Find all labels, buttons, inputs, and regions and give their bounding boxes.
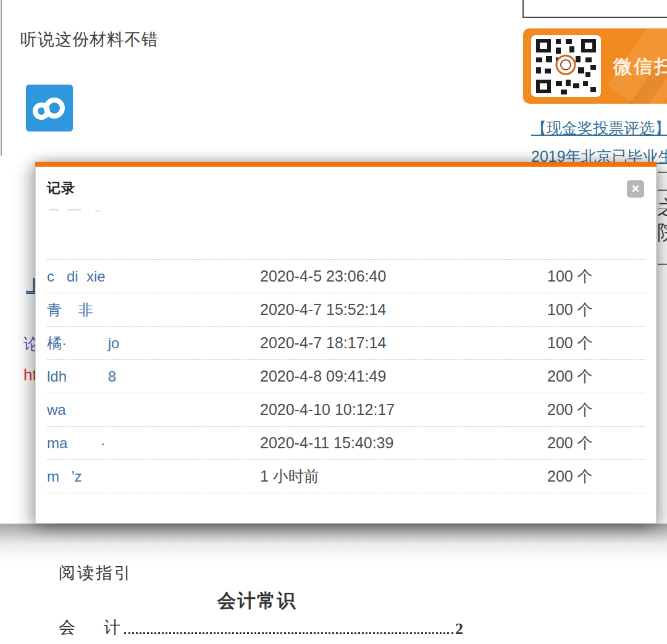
document-heading: 会计常识	[217, 588, 296, 614]
record-count: 100 个	[547, 299, 645, 320]
record-time: 2020-4-5 23:06:40	[260, 267, 547, 285]
record-count: 200 个	[547, 399, 645, 420]
table-row: 橘· jo 2020-4-7 18:17:14 100 个	[47, 327, 645, 360]
toc-page-number: 2	[455, 620, 463, 638]
weiyun-attachment-icon[interactable]	[26, 85, 73, 132]
records-dialog: 记录 × c diaxie 2020-4-5 23:06:40 100 个 青 …	[35, 162, 657, 524]
table-row: 青 非 2020-4-7 15:52:14 100 个	[47, 293, 645, 327]
wechat-scan-banner[interactable]: 微信扫码	[523, 28, 667, 104]
faded-text-remnant	[95, 210, 101, 212]
username-link[interactable]: 橘· jo	[47, 333, 260, 353]
record-time: 2020-4-7 15:52:14	[260, 301, 547, 319]
privacy-mask	[78, 264, 86, 286]
record-count: 200 个	[547, 366, 645, 387]
vote-link[interactable]: 【现金奖投票评选】	[531, 118, 667, 138]
records-table: c diaxie 2020-4-5 23:06:40 100 个 青 非 202…	[47, 259, 645, 493]
qr-code-icon	[531, 35, 601, 97]
username-link[interactable]: 青 非	[47, 300, 260, 320]
record-time: 2020-4-8 09:41:49	[260, 367, 547, 385]
dialog-title: 记录	[47, 179, 75, 198]
toc-word: 计	[104, 616, 120, 638]
toc-dot-leader	[124, 632, 453, 634]
table-row: ma · 2020-4-11 15:40:39 200 个	[47, 427, 645, 460]
post-teaser-text: 听说这份材料不错	[20, 28, 159, 51]
record-time: 2020-4-11 15:40:39	[260, 434, 547, 452]
toc-entry: 会 计 2	[59, 616, 463, 638]
cloud-infinity-icon	[31, 91, 67, 125]
table-row: ldh 8 2020-4-8 09:41:49 200 个	[47, 360, 645, 393]
record-time: 2020-4-7 18:17:14	[260, 334, 547, 352]
dialog-accent-bar	[35, 162, 657, 167]
toc-word: 会	[59, 616, 75, 638]
page-left-border	[1, 0, 2, 156]
username-link[interactable]: m 'z	[47, 468, 260, 485]
close-icon[interactable]: ×	[627, 180, 644, 198]
username-link[interactable]: wa	[47, 401, 260, 419]
page: 听说这份材料不错	[0, 0, 667, 644]
record-count: 100 个	[547, 266, 645, 286]
username-link[interactable]: ma ·	[47, 435, 260, 452]
faded-text-remnant	[67, 209, 81, 211]
clipped-background-text: 之 院	[657, 195, 667, 247]
modal-drop-shadow	[0, 524, 667, 562]
banner-scan-label: 微信扫码	[613, 54, 667, 80]
record-time: 2020-4-10 10:12:17	[260, 401, 547, 419]
reading-guide-label: 阅读指引	[59, 562, 133, 584]
table-row: m 'z 1 小时前 200 个	[47, 460, 645, 493]
sidebar-box-border-vertical	[522, 0, 524, 17]
record-time: 1 小时前	[260, 466, 547, 487]
sidebar-box-border-horizontal	[522, 17, 667, 18]
record-count: 200 个	[547, 433, 645, 453]
record-count: 100 个	[547, 333, 645, 353]
background-table-border	[658, 172, 667, 173]
faded-text-remnant	[49, 209, 59, 211]
table-row: c diaxie 2020-4-5 23:06:40 100 个	[47, 259, 645, 293]
background-table-border	[658, 264, 667, 265]
username-link[interactable]: ldh 8	[47, 368, 260, 385]
background-table-border	[658, 190, 667, 191]
table-row: wa 2020-4-10 10:12:17 200 个	[47, 393, 645, 427]
record-count: 200 个	[547, 466, 645, 487]
